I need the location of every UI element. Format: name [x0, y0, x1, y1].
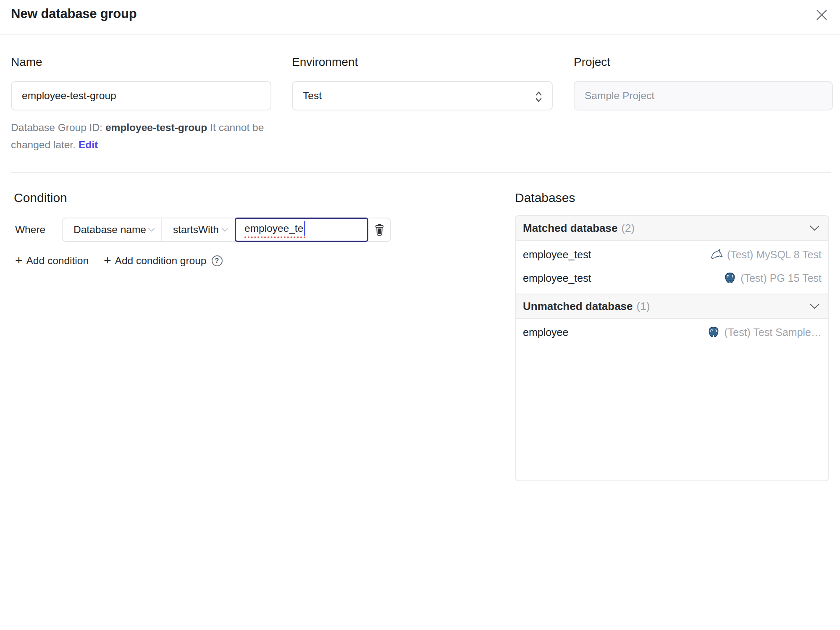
plus-icon: + — [104, 254, 111, 267]
database-instance: (Test) Test Sample… — [707, 326, 822, 339]
dialog-header: New database group — [0, 0, 840, 35]
database-name: employee_test — [523, 272, 591, 284]
condition-field-select[interactable]: Database name — [63, 218, 162, 241]
instance-label: (Test) Test Sample… — [724, 326, 822, 339]
unmatched-database-count: (1) — [637, 300, 650, 313]
add-condition-group-button[interactable]: + Add condition group ? — [104, 255, 222, 267]
matched-database-count: (2) — [621, 222, 635, 235]
plus-icon: + — [15, 254, 23, 267]
project-field-group: Project Sample Project — [574, 55, 833, 69]
condition-value-text: employee_te — [244, 223, 303, 234]
databases-panel: Matched database (2) employee_test (Test… — [515, 215, 829, 481]
edit-group-id-link[interactable]: Edit — [79, 139, 98, 150]
add-condition-button[interactable]: + Add condition — [15, 255, 89, 267]
section-divider — [11, 172, 831, 173]
database-name: employee_test — [523, 249, 591, 261]
database-instance: (Test) MySQL 8 Test — [710, 248, 822, 261]
database-row: employee (Test) Test Sample… — [516, 320, 828, 344]
instance-label: (Test) MySQL 8 Test — [727, 249, 822, 261]
unmatched-database-list: employee (Test) Test Sample… — [516, 319, 828, 348]
close-icon — [815, 8, 828, 21]
delete-condition-button[interactable] — [368, 218, 390, 241]
condition-operator-select[interactable]: startsWith — [162, 218, 235, 241]
condition-value-input[interactable]: employee_te — [235, 218, 368, 242]
environment-field-group: Environment Test — [292, 55, 553, 69]
unmatched-database-header[interactable]: Unmatched database (1) — [516, 294, 828, 319]
chevron-down-icon — [221, 228, 228, 232]
trash-icon — [374, 223, 385, 236]
environment-label: Environment — [292, 55, 553, 69]
database-instance: (Test) PG 15 Test — [724, 272, 822, 284]
dialog-title: New database group — [11, 6, 137, 21]
name-field-group: Name Database Group ID:employee-test-gro… — [11, 55, 271, 69]
group-id-prefix: Database Group ID: — [11, 122, 102, 133]
environment-select[interactable]: Test — [292, 81, 553, 110]
databases-heading: Databases — [515, 190, 575, 206]
condition-row: Where Database name startsWith employee_… — [0, 218, 420, 242]
condition-operator-value: startsWith — [173, 224, 219, 236]
condition-expression-group: Database name startsWith employee_te — [62, 218, 391, 242]
unmatched-database-title: Unmatched database — [523, 300, 633, 313]
select-updown-icon — [535, 90, 543, 106]
matched-database-title: Matched database — [523, 222, 617, 235]
add-condition-group-label: Add condition group — [115, 255, 207, 267]
condition-field-value: Database name — [74, 224, 146, 236]
database-row: employee_test (Test) PG 15 Test — [516, 266, 828, 290]
database-name: employee — [523, 326, 568, 339]
matched-database-header[interactable]: Matched database (2) — [516, 216, 828, 241]
postgres-icon — [707, 326, 720, 339]
chevron-down-icon[interactable] — [809, 225, 820, 231]
environment-selected-value: Test — [303, 90, 322, 102]
where-label: Where — [15, 218, 45, 242]
close-button[interactable] — [812, 5, 831, 24]
group-id-helper-text: Database Group ID:employee-test-groupIt … — [11, 119, 271, 153]
condition-value-wrap: employee_te — [244, 221, 305, 238]
mysql-icon — [710, 248, 723, 261]
project-value-disabled: Sample Project — [574, 81, 833, 110]
matched-database-list: employee_test (Test) MySQL 8 Test employ… — [516, 241, 828, 294]
name-label: Name — [11, 55, 271, 69]
condition-heading: Condition — [14, 190, 67, 206]
project-label: Project — [574, 55, 833, 69]
text-caret — [304, 221, 305, 236]
add-condition-label: Add condition — [26, 255, 89, 267]
chevron-down-icon[interactable] — [809, 303, 820, 310]
group-id-value: employee-test-group — [105, 122, 207, 133]
help-icon[interactable]: ? — [212, 255, 223, 266]
chevron-down-icon — [148, 228, 155, 232]
project-selected-value: Sample Project — [585, 90, 654, 102]
new-database-group-dialog: New database group Name Database Group I… — [0, 0, 840, 630]
database-row: employee_test (Test) MySQL 8 Test — [516, 243, 828, 266]
condition-actions: + Add condition + Add condition group ? — [15, 252, 223, 270]
name-input[interactable] — [11, 81, 271, 110]
instance-label: (Test) PG 15 Test — [740, 272, 822, 284]
postgres-icon — [724, 272, 736, 284]
